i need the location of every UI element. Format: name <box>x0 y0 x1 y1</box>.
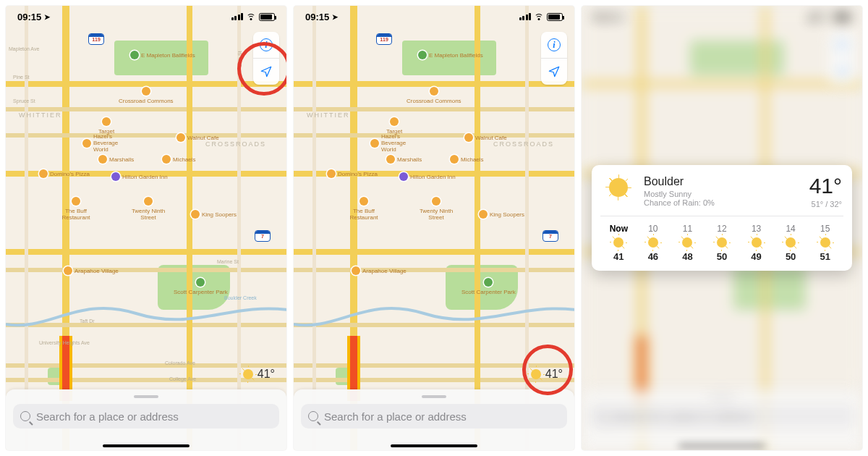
status-bar: 09:15 ➤ <box>6 6 286 28</box>
search-icon <box>20 411 30 421</box>
street-taft: Taft Dr <box>80 318 95 324</box>
weather-badge-temp: 41° <box>545 368 563 381</box>
map-canvas[interactable]: 119 7 WHITTIER CROSSROADS E Mapleton Bal… <box>6 6 286 450</box>
sheet-grabber[interactable] <box>422 395 446 398</box>
battery-icon <box>259 13 275 21</box>
poi-mapleton-ballfields[interactable]: E Mapleton Ballfields <box>418 51 483 59</box>
poi-mapleton-ballfields[interactable]: E Mapleton Ballfields <box>130 51 195 59</box>
weather-temps-row: 41 46 48 50 49 50 51 <box>602 251 842 262</box>
search-sheet[interactable]: Search for a place or address <box>6 389 286 450</box>
neighborhood-whittier: WHITTIER <box>307 111 350 119</box>
map-canvas[interactable]: 119 7 WHITTIER CROSSROADS E Mapleton Bal… <box>294 6 574 450</box>
battery-icon <box>547 13 563 21</box>
poi-arapahoe-village[interactable]: Arapahoe Village <box>352 266 407 275</box>
street-college: College Ave <box>169 376 196 381</box>
street-30th: 30th St <box>237 51 242 67</box>
weather-current-temp: 41° <box>809 175 842 197</box>
info-icon: i <box>548 38 561 51</box>
poi-scott-carpenter[interactable]: Scott Carpenter Park <box>174 278 228 295</box>
map-controls: i <box>253 32 279 85</box>
poi-marshalls[interactable]: Marshalls <box>386 155 422 164</box>
info-button[interactable]: i <box>541 32 567 58</box>
route-shield-7: 7 <box>255 230 271 242</box>
weather-rain-chance: Chance of Rain: 0% <box>644 198 801 207</box>
status-time: 09:15 <box>305 12 329 22</box>
poi-dominos[interactable]: Domino's Pizza <box>39 169 90 178</box>
street-colorado: Colorado Ave <box>165 360 195 366</box>
sun-icon <box>609 178 628 197</box>
poi-king-soopers[interactable]: King Soopers <box>479 210 524 219</box>
weather-condition: Mostly Sunny <box>644 190 801 198</box>
poi-scott-carpenter[interactable]: Scott Carpenter Park <box>461 278 516 295</box>
route-shield-7: 7 <box>542 230 558 242</box>
poi-29th-street[interactable]: Twenty Ninth Street <box>127 197 169 221</box>
sun-icon <box>648 237 658 248</box>
search-placeholder: Search for a place or address <box>36 410 179 423</box>
poi-crossroad-commons[interactable]: Crossroad Commons <box>119 87 174 104</box>
street-spruce: Spruce St <box>13 98 35 104</box>
poi-crossroad-commons[interactable]: Crossroad Commons <box>407 87 461 104</box>
search-icon <box>308 411 318 421</box>
route-shield-119: 119 <box>376 33 392 45</box>
sun-icon <box>243 369 253 379</box>
weather-icons-row <box>602 234 842 251</box>
home-indicator[interactable] <box>391 444 477 447</box>
street-marine: Marine St <box>217 259 239 264</box>
status-time: 09:15 <box>17 12 41 22</box>
poi-target[interactable]: Target <box>386 117 402 135</box>
weather-badge[interactable]: 41° <box>243 368 275 381</box>
search-sheet[interactable]: Search for a place or address <box>294 389 574 450</box>
sun-icon <box>613 237 624 248</box>
poi-king-soopers[interactable]: King Soopers <box>191 210 237 219</box>
weather-hours-row: Now 10 11 12 13 14 15 <box>602 224 842 234</box>
poi-dominos[interactable]: Domino's Pizza <box>327 169 378 178</box>
poi-hazels[interactable]: Hazel's Beverage World <box>82 133 129 153</box>
weather-hi-lo: 51° / 32° <box>809 200 842 208</box>
weather-badge-temp: 41° <box>258 368 275 381</box>
search-field[interactable]: Search for a place or address <box>301 404 567 428</box>
locate-button[interactable] <box>541 59 567 85</box>
poi-buff[interactable]: The Buff Restaurant <box>55 197 97 221</box>
poi-michaels[interactable]: Michaels <box>162 155 196 164</box>
sun-icon <box>786 237 796 248</box>
weather-badge[interactable]: 41° <box>531 368 563 381</box>
location-services-icon: ➤ <box>44 13 50 21</box>
sun-icon <box>752 237 762 248</box>
route-shield-119: 119 <box>88 33 104 45</box>
poi-hilton[interactable]: Hilton Garden Inn <box>399 172 456 181</box>
search-field[interactable]: Search for a place or address <box>13 404 279 428</box>
poi-arapahoe-village[interactable]: Arapahoe Village <box>64 266 119 275</box>
info-icon: i <box>260 38 273 51</box>
locate-button[interactable] <box>253 59 279 85</box>
label-boulder-creek: Boulder Creek <box>224 295 257 300</box>
poi-hilton[interactable]: Hilton Garden Inn <box>111 172 168 181</box>
phone-weather-popup: 09:15➤ i Search for a place or address B… <box>582 6 862 450</box>
neighborhood-whittier: WHITTIER <box>19 111 62 119</box>
poi-michaels[interactable]: Michaels <box>450 155 484 164</box>
sheet-grabber[interactable] <box>134 395 158 398</box>
map-controls: i <box>541 32 567 85</box>
search-placeholder: Search for a place or address <box>324 410 467 423</box>
poi-hazels[interactable]: Hazel's Beverage World <box>370 133 417 153</box>
poi-29th-street[interactable]: Twenty Ninth Street <box>415 197 457 221</box>
sun-icon <box>531 369 541 379</box>
poi-walnut-cafe[interactable]: Walnut Cafe <box>464 133 507 142</box>
phone-maps-weather-highlighted: 09:15➤ 119 7 WHITTIER CROSSROADS E Maple… <box>294 6 574 450</box>
status-bar: 09:15➤ <box>294 6 574 28</box>
status-bar: 09:15➤ <box>582 6 862 28</box>
weather-card[interactable]: Boulder Mostly Sunny Chance of Rain: 0% … <box>592 165 852 271</box>
wifi-icon <box>246 13 256 20</box>
cellular-icon <box>519 13 532 20</box>
street-pine: Pine St <box>13 75 30 80</box>
poi-walnut-cafe[interactable]: Walnut Cafe <box>176 133 219 142</box>
poi-buff[interactable]: The Buff Restaurant <box>343 197 385 221</box>
wifi-icon <box>534 13 544 20</box>
sun-icon <box>717 237 727 248</box>
sun-icon <box>682 237 692 248</box>
home-indicator[interactable] <box>103 444 190 447</box>
poi-target[interactable]: Target <box>98 117 114 135</box>
info-button[interactable]: i <box>253 32 279 58</box>
weather-city: Boulder <box>644 175 801 188</box>
poi-marshalls[interactable]: Marshalls <box>98 155 134 164</box>
location-services-icon: ➤ <box>332 13 338 21</box>
